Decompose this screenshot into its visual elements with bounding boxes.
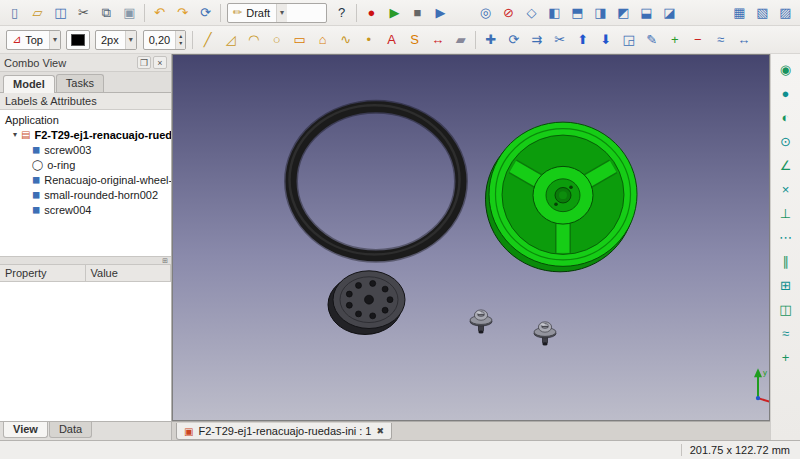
refresh-button[interactable]: ⟳ bbox=[194, 2, 217, 24]
panel-float-button[interactable]: ❐ bbox=[137, 56, 151, 69]
snap-angle-button[interactable]: ∠ bbox=[775, 154, 797, 176]
draft-shapestring-button[interactable]: S bbox=[403, 29, 426, 51]
view-isometric-button[interactable]: ◇ bbox=[520, 2, 543, 24]
tab-model[interactable]: Model bbox=[3, 75, 55, 93]
snap-grid-button[interactable]: ⊞ bbox=[775, 274, 797, 296]
toolbar-separator bbox=[475, 31, 476, 49]
close-icon[interactable]: ✖ bbox=[376, 426, 384, 436]
macro-debug-button[interactable]: ▶ bbox=[429, 2, 452, 24]
workbench-value: Draft bbox=[246, 7, 272, 19]
tree-item-small-rounded-horn002[interactable]: ◼ small-rounded-horn002 bbox=[0, 187, 171, 202]
workbench-selector[interactable]: ✏ Draft ▾ bbox=[227, 3, 327, 23]
snap-ortho-button[interactable]: + bbox=[775, 346, 797, 368]
fit-all-button[interactable]: ◎ bbox=[474, 2, 497, 24]
spin-up-icon[interactable]: ▴ bbox=[176, 33, 185, 40]
workbench-icon: ✏ bbox=[233, 6, 242, 19]
draft-circle-button[interactable]: ○ bbox=[265, 29, 288, 51]
paste-button[interactable]: ▣ bbox=[118, 2, 141, 24]
snap-lock-button[interactable]: ◉ bbox=[775, 58, 797, 80]
tree-item-screw004[interactable]: ◼ screw004 bbox=[0, 202, 171, 217]
snap-near-button[interactable]: ≈ bbox=[775, 322, 797, 344]
texture-view-button[interactable]: ▦ bbox=[728, 2, 751, 24]
snap-extension-button[interactable]: ⋯ bbox=[775, 226, 797, 248]
draft-dimension-button[interactable]: ↔ bbox=[426, 29, 449, 51]
view-left-button[interactable]: ◪ bbox=[658, 2, 681, 24]
draft-bspline-button[interactable]: ∿ bbox=[334, 29, 357, 51]
document-tab[interactable]: ▣ F2-T29-ej1-renacuajo-ruedas-ini : 1 ✖ bbox=[176, 423, 392, 440]
new-document-button[interactable]: ▯ bbox=[3, 2, 26, 24]
view-top-button[interactable]: ⬒ bbox=[566, 2, 589, 24]
draft-add-point-button[interactable]: + bbox=[663, 29, 686, 51]
dock-view-button[interactable]: ▧ bbox=[751, 2, 774, 24]
expander-icon[interactable]: ▾ bbox=[13, 130, 17, 139]
whats-this-button[interactable]: ? bbox=[330, 2, 353, 24]
draft-scale-button[interactable]: ◲ bbox=[617, 29, 640, 51]
view-front-button[interactable]: ◧ bbox=[543, 2, 566, 24]
tab-view[interactable]: View bbox=[3, 422, 48, 438]
labels-attributes-header: Labels & Attributes bbox=[0, 93, 171, 110]
property-editor[interactable] bbox=[0, 282, 171, 421]
panel-splitter[interactable]: ⊞ bbox=[0, 256, 171, 265]
draft-offset-button[interactable]: ⇉ bbox=[525, 29, 548, 51]
tree-item-document[interactable]: ▾ ▤ F2-T29-ej1-renacuajo-ruedas-ini bbox=[0, 127, 171, 142]
snap-midpoint-button[interactable]: ◐ bbox=[775, 106, 797, 128]
working-plane-selector[interactable]: ⊿ Top ▾ bbox=[6, 30, 61, 50]
view-bottom-button[interactable]: ⬓ bbox=[635, 2, 658, 24]
view-rear-button[interactable]: ◩ bbox=[612, 2, 635, 24]
part-icon: ◼ bbox=[32, 190, 40, 200]
redo-button[interactable]: ↷ bbox=[171, 2, 194, 24]
save-button[interactable]: ◫ bbox=[49, 2, 72, 24]
draft-facebinder-button[interactable]: ▰ bbox=[449, 29, 472, 51]
snap-center-button[interactable]: ⊙ bbox=[775, 130, 797, 152]
tree-item-screw003[interactable]: ◼ screw003 bbox=[0, 142, 171, 157]
draft-downgrade-button[interactable]: ⬇ bbox=[594, 29, 617, 51]
tree-item-o-ring[interactable]: ◯ o-ring bbox=[0, 157, 171, 172]
draft-wire-button[interactable]: ◿ bbox=[219, 29, 242, 51]
view-right-button[interactable]: ◨ bbox=[589, 2, 612, 24]
panel-close-button[interactable]: × bbox=[153, 56, 167, 69]
draft-move-button[interactable]: ✚ bbox=[479, 29, 502, 51]
open-document-button[interactable]: ▱ bbox=[26, 2, 49, 24]
tab-tasks[interactable]: Tasks bbox=[56, 74, 104, 92]
draft-delete-point-button[interactable]: − bbox=[686, 29, 709, 51]
draft-rectangle-button[interactable]: ▭ bbox=[288, 29, 311, 51]
scale-spinner[interactable]: 0,20 ▴ ▾ bbox=[143, 30, 186, 50]
spin-down-icon[interactable]: ▾ bbox=[176, 40, 185, 47]
snap-parallel-button[interactable]: ∥ bbox=[775, 250, 797, 272]
macro-stop-button[interactable]: ■ bbox=[406, 2, 429, 24]
document-tab-icon: ▣ bbox=[184, 426, 193, 437]
draw-style-button[interactable]: ⊘ bbox=[497, 2, 520, 24]
draft-stretch-button[interactable]: ↔ bbox=[732, 29, 755, 51]
cut-button[interactable]: ✂ bbox=[72, 2, 95, 24]
line-width-selector[interactable]: 2px ▾ bbox=[95, 30, 137, 50]
part-icon: ◼ bbox=[32, 175, 40, 185]
draft-arc-button[interactable]: ◠ bbox=[242, 29, 265, 51]
box-view-button[interactable]: ▨ bbox=[774, 2, 797, 24]
tab-data[interactable]: Data bbox=[49, 422, 92, 438]
draft-text-button[interactable]: A bbox=[380, 29, 403, 51]
snap-perpendicular-button[interactable]: ⊥ bbox=[775, 202, 797, 224]
copy-button[interactable]: ⧉ bbox=[95, 2, 118, 24]
draft-edit-button[interactable]: ✎ bbox=[640, 29, 663, 51]
line-color-button[interactable] bbox=[66, 30, 90, 50]
snap-working-plane-button[interactable]: ◫ bbox=[775, 298, 797, 320]
tree-root-application[interactable]: Application bbox=[0, 112, 171, 127]
undo-button[interactable]: ↶ bbox=[148, 2, 171, 24]
draft-wire-to-bspline-button[interactable]: ≈ bbox=[709, 29, 732, 51]
tree-item-renacuajo-original-wheel-screw[interactable]: ◼ Renacuajo-original-wheel-screw bbox=[0, 172, 171, 187]
draft-rotate-button[interactable]: ⟳ bbox=[502, 29, 525, 51]
draft-polygon-button[interactable]: ⌂ bbox=[311, 29, 334, 51]
splitter-expand-icon[interactable]: ⊞ bbox=[162, 257, 168, 265]
3d-viewport[interactable]: y x bbox=[172, 54, 770, 421]
snap-endpoint-button[interactable]: ● bbox=[775, 82, 797, 104]
macro-record-button[interactable]: ● bbox=[360, 2, 383, 24]
draft-line-button[interactable]: ╱ bbox=[196, 29, 219, 51]
document-tabbar: ▣ F2-T29-ej1-renacuajo-ruedas-ini : 1 ✖ bbox=[172, 421, 770, 440]
macro-play-button[interactable]: ▶ bbox=[383, 2, 406, 24]
draft-trimex-button[interactable]: ✂ bbox=[548, 29, 571, 51]
draft-upgrade-button[interactable]: ⬆ bbox=[571, 29, 594, 51]
combo-view-titlebar: Combo View ❐× bbox=[0, 54, 171, 72]
draft-point-button[interactable]: • bbox=[357, 29, 380, 51]
z-axis-dot bbox=[756, 396, 760, 400]
snap-intersection-button[interactable]: × bbox=[775, 178, 797, 200]
